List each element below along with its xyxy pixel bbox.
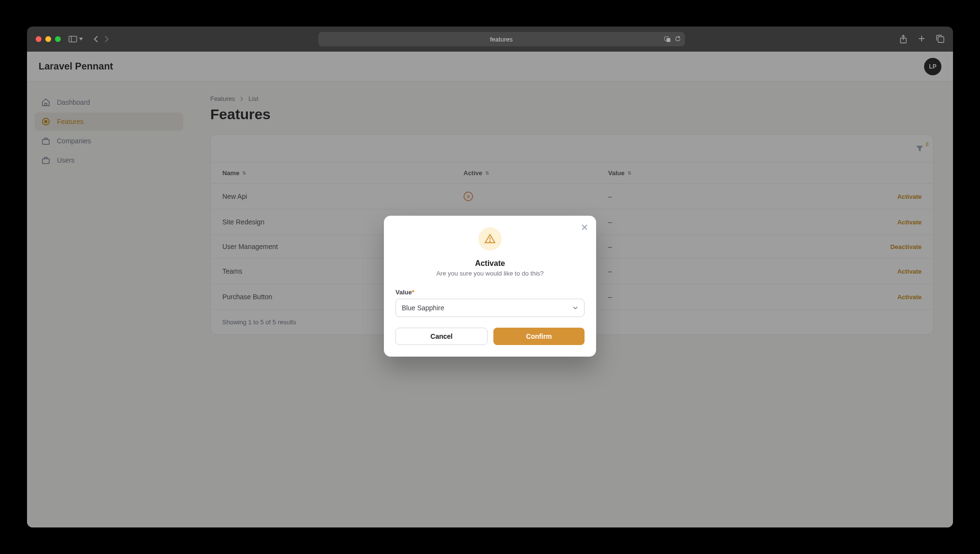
close-modal-button[interactable] (581, 223, 588, 231)
warning-icon (478, 227, 502, 250)
close-window-button[interactable] (36, 36, 41, 42)
share-icon[interactable] (899, 35, 907, 43)
value-select[interactable]: Blue Sapphire (395, 299, 585, 317)
tabs-icon[interactable] (936, 35, 944, 43)
back-button[interactable] (94, 35, 98, 43)
modal-title: Activate (395, 259, 585, 268)
translate-icon[interactable] (664, 36, 671, 42)
reload-icon[interactable] (675, 36, 681, 42)
activate-modal: Activate Are you sure you would like to … (384, 216, 596, 357)
svg-point-16 (490, 241, 490, 242)
select-value: Blue Sapphire (402, 304, 444, 312)
svg-rect-4 (667, 38, 670, 42)
cancel-button[interactable]: Cancel (395, 328, 488, 345)
browser-chrome: features (27, 27, 953, 52)
modal-overlay[interactable]: Activate Are you sure you would like to … (27, 52, 953, 527)
app-content: Laravel Pennant LP Dashboard Features Co… (27, 52, 953, 527)
address-bar[interactable]: features (318, 32, 685, 46)
traffic-lights (36, 36, 61, 42)
confirm-button[interactable]: Confirm (493, 328, 585, 345)
forward-button[interactable] (104, 35, 109, 43)
new-tab-icon[interactable] (918, 35, 926, 43)
browser-window: features Laravel Pennant LP Dashboard (27, 27, 953, 527)
modal-subtitle: Are you sure you would like to do this? (395, 270, 585, 277)
chevron-down-icon (572, 306, 578, 310)
nav-arrows (94, 35, 109, 43)
address-text: features (490, 36, 513, 43)
svg-rect-8 (938, 37, 944, 42)
maximize-window-button[interactable] (55, 36, 61, 42)
svg-rect-0 (69, 36, 77, 42)
value-field-label: Value* (395, 289, 585, 296)
minimize-window-button[interactable] (45, 36, 51, 42)
sidebar-toggle-button[interactable] (68, 36, 83, 42)
